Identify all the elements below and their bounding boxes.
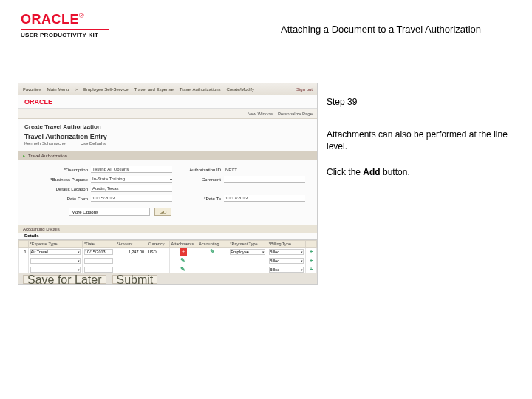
instruction-line2-c: button. bbox=[381, 167, 410, 177]
instruction-line2: Click the Add button. bbox=[327, 166, 513, 178]
row2-expense-type[interactable] bbox=[30, 258, 81, 264]
instruction-add-bold: Add bbox=[363, 167, 380, 177]
travel-auth-bar[interactable]: Travel Authorization bbox=[18, 151, 317, 160]
step-label: Step 39 bbox=[327, 96, 513, 108]
breadcrumb-te[interactable]: Travel and Expense bbox=[134, 87, 174, 92]
breadcrumb-ess[interactable]: Employee Self-Service bbox=[83, 87, 129, 92]
row3-accounting-icon[interactable]: ✎ bbox=[171, 266, 196, 273]
logo-rule bbox=[21, 29, 109, 30]
breadcrumb-bar: Favorites Main Menu > Employee Self-Serv… bbox=[18, 83, 317, 95]
comment-input[interactable] bbox=[224, 176, 305, 183]
row1-expense-type[interactable]: Air Travel bbox=[30, 249, 81, 255]
oracle-app-logo: ORACLE bbox=[24, 98, 52, 106]
page-utility-links: New Window Personalize Page bbox=[18, 109, 317, 119]
page-footer-bar: Save for Later Submit bbox=[18, 273, 317, 284]
row1-accounting-icon[interactable]: ✎ bbox=[199, 248, 226, 255]
col-amount[interactable]: *Amount bbox=[115, 241, 146, 248]
row1-attachment-button[interactable]: + bbox=[180, 248, 187, 256]
col-addrow bbox=[306, 241, 317, 248]
col-rownum bbox=[19, 241, 29, 248]
embedded-screenshot: Favorites Main Menu > Employee Self-Serv… bbox=[18, 83, 318, 285]
use-defaults-link[interactable]: Use Defaults bbox=[81, 141, 106, 146]
page-header: ORACLE® USER PRODUCTIVITY KIT Attaching … bbox=[0, 0, 532, 53]
defaultloc-label: Default Location bbox=[24, 187, 91, 191]
oracle-wordmark: ORACLE bbox=[21, 12, 79, 27]
row3-add-icon[interactable]: + bbox=[307, 266, 315, 273]
new-window-link[interactable]: New Window bbox=[248, 112, 273, 116]
app-brand-bar: ORACLE bbox=[18, 95, 317, 109]
go-button[interactable]: GO bbox=[154, 208, 171, 216]
row1-add-icon[interactable]: + bbox=[307, 248, 315, 255]
datefrom-input[interactable]: 10/15/2013 bbox=[91, 195, 172, 202]
col-payment[interactable]: *Payment Type bbox=[228, 241, 267, 248]
dateto-label: *Date To bbox=[172, 197, 224, 201]
row1-date[interactable]: 10/15/2013 bbox=[84, 249, 113, 255]
row3-billing-type[interactable]: Billed bbox=[269, 267, 304, 273]
description-label: *Description bbox=[24, 168, 91, 172]
tab-details[interactable]: Details bbox=[24, 233, 39, 238]
instruction-line1: Attachments can also be performed at the… bbox=[327, 129, 513, 152]
submit-button[interactable]: Submit bbox=[112, 275, 158, 284]
row2-date[interactable] bbox=[84, 258, 113, 264]
nav-main-menu[interactable]: Main Menu bbox=[47, 87, 69, 92]
description-input[interactable]: Testing All Options bbox=[91, 166, 172, 173]
datefrom-label: Date From bbox=[24, 197, 91, 201]
bizpurpose-label: *Business Purpose bbox=[24, 177, 91, 182]
save-for-later-button[interactable]: Save for Later bbox=[23, 275, 106, 284]
dateto-input[interactable]: 10/17/2013 bbox=[224, 195, 305, 202]
col-currency[interactable]: Currency bbox=[146, 241, 169, 248]
row2-billing-type[interactable]: Billed bbox=[269, 258, 304, 264]
section-entry-title: Travel Authorization Entry bbox=[24, 133, 311, 140]
row2-accounting-icon[interactable]: ✎ bbox=[171, 257, 196, 264]
breadcrumb-ta[interactable]: Travel Authorizations bbox=[180, 87, 221, 92]
accounting-details-bar[interactable]: Accounting Details bbox=[18, 225, 317, 233]
col-billing[interactable]: *Billing Type bbox=[267, 241, 305, 248]
breadcrumb-sep: > bbox=[75, 87, 78, 92]
defaultloc-input[interactable]: Austin, Texas bbox=[91, 185, 172, 192]
details-tabstrip: Details bbox=[18, 233, 317, 240]
oracle-upk-sub: USER PRODUCTIVITY KIT bbox=[21, 32, 109, 38]
more-options-select[interactable]: More Options bbox=[69, 208, 150, 216]
oracle-upk-logo: ORACLE® USER PRODUCTIVITY KIT bbox=[21, 12, 109, 38]
row2-add-icon[interactable]: + bbox=[307, 257, 315, 264]
bizpurpose-select[interactable]: In-State Training bbox=[91, 176, 172, 183]
page-title: Attaching a Document to a Travel Authori… bbox=[281, 24, 481, 35]
instruction-panel: Step 39 Attachments can also be performe… bbox=[327, 83, 513, 285]
row1-num: 1 bbox=[19, 248, 29, 256]
nav-favorites[interactable]: Favorites bbox=[23, 87, 41, 92]
employee-name: Kenneth Schumacher bbox=[24, 141, 67, 146]
row3-date[interactable] bbox=[84, 267, 113, 273]
row1-billing-type[interactable]: Billed bbox=[269, 249, 304, 255]
col-expense-type[interactable]: *Expense Type bbox=[28, 241, 82, 248]
instruction-line2-a: Click the bbox=[327, 167, 363, 177]
authid-value: NEXT bbox=[224, 166, 305, 173]
col-accounting[interactable]: Accounting bbox=[197, 241, 228, 248]
section-create-ta: Create Travel Authorization bbox=[24, 123, 311, 130]
col-attachments[interactable]: Attachments bbox=[169, 241, 197, 248]
authid-label: Authorization ID bbox=[172, 168, 224, 172]
header-fields: *Description Testing All Options Authori… bbox=[24, 166, 311, 202]
signout-link[interactable]: Sign out bbox=[296, 87, 313, 92]
row1-amount[interactable]: 1,247.00 bbox=[115, 248, 146, 256]
personalize-link[interactable]: Personalize Page bbox=[278, 112, 313, 116]
row1-payment-type[interactable]: Employee bbox=[230, 249, 265, 255]
col-date[interactable]: *Date bbox=[83, 241, 115, 248]
registered-icon: ® bbox=[79, 12, 84, 19]
row1-currency: USD bbox=[146, 248, 169, 256]
row3-expense-type[interactable] bbox=[30, 267, 81, 273]
breadcrumb-cm[interactable]: Create/Modify bbox=[227, 87, 254, 92]
comment-label: Comment bbox=[172, 177, 224, 182]
